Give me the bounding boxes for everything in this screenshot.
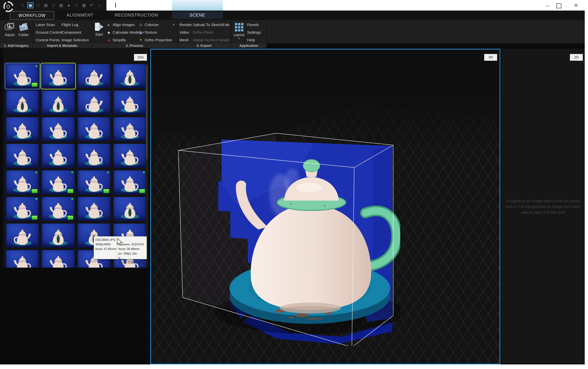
- group-label-application: Application: [231, 43, 267, 48]
- render-button[interactable]: Render: [179, 21, 192, 28]
- image-thumbnail[interactable]: [6, 91, 39, 115]
- view2d-badge[interactable]: 2D: [570, 54, 583, 61]
- minimize-button[interactable]: –: [542, 0, 553, 10]
- images-scrollbar-thumb[interactable]: [146, 65, 148, 159]
- image-thumbnail[interactable]: [78, 144, 110, 168]
- align-images-button[interactable]: ▸Align Images: [107, 21, 135, 28]
- help-button[interactable]: Help: [247, 37, 255, 43]
- app-logo-icon[interactable]: [2, 1, 14, 13]
- image-thumbnail[interactable]: [42, 64, 75, 88]
- texture-button[interactable]: ▦Texture: [139, 29, 157, 36]
- start-icon: [94, 21, 104, 32]
- qat-component-icon[interactable]: □: [73, 2, 79, 8]
- qat-record-icon[interactable]: ●: [66, 2, 72, 8]
- tab-alignment[interactable]: ALIGNMENT: [60, 11, 100, 19]
- tooltip-calibrated-focal: focal: 36.89mm: [119, 247, 145, 251]
- view-2d[interactable]: Drag&Drop an image object from the scene…: [501, 49, 585, 364]
- image-thumbnail[interactable]: [113, 91, 146, 115]
- images-scrollbar[interactable]: [146, 64, 148, 266]
- image-thumbnail[interactable]: [42, 170, 75, 195]
- qat-report-icon[interactable]: ▧: [81, 2, 87, 8]
- group-label-add-imagery: 1. Add Imagery: [0, 43, 33, 48]
- qat-import-icon[interactable]: □: [50, 2, 56, 8]
- quick-access-toolbar: □▣□▤□▥●□▧↶›: [20, 2, 102, 8]
- restore-button[interactable]: [556, 3, 561, 8]
- image-thumbnail[interactable]: [78, 64, 110, 88]
- video-button[interactable]: Video: [179, 29, 189, 36]
- images-panel-badge[interactable]: 1Ds: [134, 54, 147, 61]
- image-thumbnail[interactable]: [42, 224, 75, 247]
- layout-label: Layout: [234, 33, 245, 37]
- image-thumbnail[interactable]: [6, 197, 39, 221]
- image-selection-button[interactable]: Image Selection: [61, 37, 89, 43]
- aligned-indicator-dot: [71, 198, 73, 200]
- tab-workflow[interactable]: WORKFLOW: [10, 11, 54, 20]
- qat-open-icon[interactable]: □: [35, 2, 41, 8]
- image-thumbnail[interactable]: [113, 64, 146, 88]
- image-thumbnail[interactable]: [78, 197, 110, 221]
- layout-button[interactable]: Layout ▾: [233, 21, 245, 40]
- inputs-icon: [5, 21, 15, 33]
- reconstruction-scene: [164, 127, 400, 346]
- qat-new-icon[interactable]: □: [20, 2, 25, 8]
- tab-reconstruction[interactable]: RECONSTRUCTION: [109, 11, 164, 19]
- component-button[interactable]: Component: [61, 29, 81, 36]
- viewport3d-badge[interactable]: 3D: [484, 54, 497, 61]
- image-thumbnail[interactable]: [113, 170, 146, 195]
- ortho-projection-button[interactable]: ▼Ortho Projection: [139, 37, 172, 43]
- image-thumbnail[interactable]: [6, 224, 39, 247]
- qat-layout-icon[interactable]: ▣: [27, 2, 33, 8]
- image-thumbnail[interactable]: [42, 197, 75, 221]
- image-thumbnail[interactable]: [42, 91, 75, 115]
- image-thumbnail[interactable]: [6, 117, 39, 141]
- control-point-badge: [103, 189, 109, 193]
- colorize-dropdown-icon[interactable]: ▾: [173, 23, 174, 26]
- image-thumbnail[interactable]: [113, 197, 146, 221]
- image-thumbnail[interactable]: [78, 117, 110, 141]
- colorize-button[interactable]: ◇Colorize ▾: [139, 21, 174, 28]
- image-thumbnail[interactable]: [6, 64, 39, 88]
- laser-scan-button[interactable]: Laser Scan: [36, 21, 55, 28]
- start-button[interactable]: Start: [93, 21, 105, 37]
- image-thumbnail[interactable]: [78, 170, 110, 195]
- calculate-model-icon: ◆: [107, 31, 111, 35]
- tab-scene[interactable]: SCENE: [172, 11, 223, 19]
- image-thumbnail[interactable]: [42, 117, 75, 141]
- settings-button[interactable]: Settings: [247, 29, 261, 36]
- image-thumbnail[interactable]: [113, 117, 146, 141]
- titlebar: □▣□▤□▥●□▧↶› – ×: [0, 0, 585, 10]
- images-panel: [3, 49, 149, 268]
- image-thumbnail[interactable]: [6, 250, 39, 268]
- image-thumbnail[interactable]: [6, 170, 39, 195]
- aligned-indicator-dot: [35, 198, 37, 200]
- image-thumbnail[interactable]: [42, 250, 75, 268]
- digital-surface-model-button[interactable]: Digital Surface Model: [193, 37, 229, 43]
- tooltip-resolution: 4000x4000: [95, 242, 117, 247]
- upload-to-sketchfab-button[interactable]: Upload To SketchFab: [193, 21, 229, 28]
- layout-dropdown-icon[interactable]: ▾: [238, 37, 240, 40]
- qat-save-icon[interactable]: ▤: [43, 2, 49, 8]
- folder-icon: [19, 21, 29, 33]
- image-thumbnail[interactable]: [78, 91, 110, 115]
- panels-button[interactable]: Panels: [247, 21, 259, 28]
- control-point-badge: [67, 189, 73, 193]
- simplify-button[interactable]: ▲Simplify: [107, 37, 126, 43]
- ground-control-button[interactable]: Ground Control: [36, 29, 62, 36]
- mesh-button[interactable]: Mesh: [179, 37, 189, 43]
- viewport-3d[interactable]: [150, 49, 500, 364]
- qat-more-icon[interactable]: ›: [96, 2, 102, 8]
- qat-undo-icon[interactable]: ↶: [89, 2, 95, 8]
- image-thumbnail[interactable]: [42, 144, 75, 168]
- folder-button[interactable]: Folder: [18, 21, 30, 37]
- image-thumbnail[interactable]: [6, 144, 39, 168]
- qat-export-icon[interactable]: ▥: [58, 2, 64, 8]
- inputs-label: Inputs: [5, 33, 15, 37]
- image-thumbnail[interactable]: [113, 144, 146, 168]
- control-points-button[interactable]: Control Points: [36, 37, 60, 43]
- ortho-photo-button[interactable]: Ortho Photo: [193, 29, 213, 36]
- flight-log-button[interactable]: Flight Log: [61, 21, 78, 28]
- group-label-import-metadata: Import & Metadata: [33, 43, 92, 48]
- ribbon: Inputs Folder Laser Scan Ground Control …: [0, 20, 585, 43]
- inputs-button[interactable]: Inputs: [4, 21, 16, 37]
- close-button[interactable]: ×: [570, 0, 581, 10]
